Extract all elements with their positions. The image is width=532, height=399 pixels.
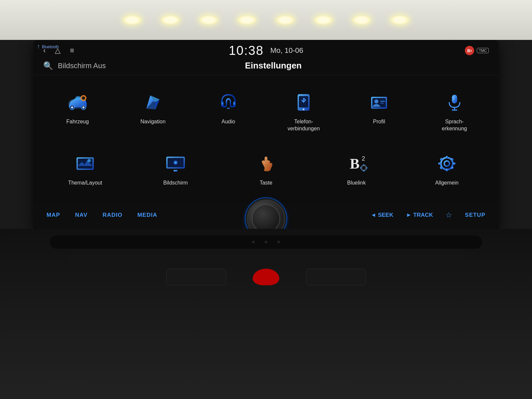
seek-button[interactable]: ◄ SEEK: [371, 212, 393, 218]
svg-rect-20: [453, 97, 455, 98]
svg-rect-43: [453, 163, 456, 165]
svg-rect-41: [446, 169, 448, 171]
media-button[interactable]: MEDIA: [137, 212, 157, 218]
sprach-label: Sprach-erkennung: [442, 118, 467, 132]
svg-point-33: [362, 166, 365, 170]
ceiling-light: [238, 15, 256, 25]
svg-point-37: [366, 167, 367, 169]
svg-rect-21: [453, 99, 455, 100]
sprach-icon: [441, 91, 468, 114]
svg-point-35: [363, 170, 364, 172]
fahrzeug-icon: [64, 91, 91, 114]
bluelink-badge: B 2: [465, 46, 474, 55]
volume-knob-inner: [252, 204, 280, 229]
seek-label: SEEK: [378, 212, 393, 218]
svg-point-39: [444, 161, 450, 166]
top-bar: ‹ △ ≡ 10:38 Mo, 10-06 B 2 TMC: [33, 40, 499, 58]
svg-rect-8: [233, 101, 236, 107]
nav-button[interactable]: NAV: [75, 212, 88, 218]
menu-item-bluelink[interactable]: B 2 Bluelink: [311, 146, 402, 194]
svg-rect-16: [380, 103, 384, 104]
svg-point-4: [82, 106, 84, 108]
menu-item-profil[interactable]: Profil: [341, 85, 417, 140]
tmc-badge: TMC: [477, 48, 489, 53]
volume-knob[interactable]: [247, 200, 285, 229]
ceiling-light: [352, 15, 371, 25]
menu-grid-row2: Thema/Layout: [33, 146, 499, 204]
ceiling-light: [123, 15, 141, 25]
profil-icon: [366, 91, 392, 114]
search-row: 🔍 Bildschirm Aus Einstellungen: [33, 58, 499, 75]
allgemein-icon: [434, 152, 460, 175]
svg-rect-7: [221, 101, 224, 107]
radio-button[interactable]: RADIO: [102, 212, 122, 218]
menu-item-telefon[interactable]: Telefon-verbindungen: [266, 85, 341, 140]
track-button[interactable]: ► TRACK: [406, 212, 433, 218]
svg-rect-42: [438, 163, 441, 165]
bluetooth-indicator: ⭡ Bluetooth: [37, 45, 59, 49]
track-label: TRACK: [413, 212, 433, 218]
allgemein-label: Allgemein: [435, 180, 459, 187]
ceiling: [0, 0, 532, 40]
svg-rect-29: [174, 170, 178, 172]
search-icon[interactable]: 🔍: [43, 61, 53, 70]
bildschirm-label: Bildschirm: [163, 180, 188, 187]
screen: ⭡ Bluetooth ‹ △ ≡ 10:38 Mo, 10-06 B 2 TM…: [33, 40, 499, 229]
hardware-buttons-right: ◄ SEEK ► TRACK ☆ SETUP: [371, 211, 485, 219]
bluelink-b-icon: B: [467, 48, 470, 53]
menu-item-bildschirm[interactable]: Bildschirm: [130, 146, 221, 194]
svg-point-6: [82, 96, 85, 100]
telefon-label: Telefon-verbindungen: [288, 118, 320, 132]
track-arrow-right: ►: [406, 212, 412, 218]
svg-point-34: [363, 164, 364, 166]
ceiling-light: [314, 15, 332, 25]
telefon-icon: [290, 91, 317, 114]
svg-point-2: [71, 106, 73, 108]
svg-point-36: [360, 167, 361, 169]
ceiling-light: [200, 15, 218, 25]
map-button[interactable]: MAP: [47, 212, 60, 218]
menu-item-allgemein[interactable]: Allgemein: [402, 146, 492, 194]
svg-point-28: [175, 162, 177, 164]
favorites-button[interactable]: ☆: [446, 211, 452, 219]
menu-item-sprach[interactable]: Sprach-erkennung: [417, 85, 492, 140]
menu-grid-row1: Fahrzeug: [33, 75, 499, 146]
seek-arrow-left: ◄: [371, 212, 376, 218]
svg-text:B: B: [350, 156, 359, 172]
bluelink-icon: B 2: [343, 152, 370, 175]
hardware-buttons-left: MAP NAV RADIO MEDIA: [47, 212, 157, 218]
svg-rect-40: [446, 156, 448, 159]
audio-icon: [215, 91, 242, 114]
menu-item-fahrzeug[interactable]: Fahrzeug: [40, 85, 115, 140]
ceiling-light: [391, 15, 409, 25]
svg-point-14: [374, 99, 378, 103]
svg-rect-15: [380, 101, 385, 102]
volume-knob-wrap: ⏻: [247, 200, 285, 229]
bildschirm-icon: [162, 152, 189, 175]
navigation-label: Navigation: [140, 118, 166, 125]
menu-item-navigation[interactable]: Navigation: [115, 85, 191, 140]
audio-label: Audio: [221, 118, 235, 125]
bluelink-label: Bluelink: [347, 180, 366, 187]
taste-icon: [253, 152, 279, 175]
ceiling-light: [161, 15, 180, 25]
infotainment-unit: ⭡ Bluetooth ‹ △ ≡ 10:38 Mo, 10-06 B 2 TM…: [33, 40, 499, 229]
svg-text:2: 2: [362, 155, 365, 162]
thema-label: Thema/Layout: [68, 180, 102, 187]
setup-button[interactable]: SETUP: [465, 212, 485, 218]
menu-button[interactable]: ≡: [70, 46, 74, 55]
bluetooth-label: Bluetooth: [42, 45, 59, 49]
menu-item-thema[interactable]: Thema/Layout: [40, 146, 130, 194]
taste-label: Taste: [260, 180, 272, 187]
ceiling-light: [276, 15, 294, 25]
top-right-icons: B 2 TMC: [465, 46, 489, 55]
date-display: Mo, 10-06: [270, 46, 303, 55]
menu-item-audio[interactable]: Audio: [191, 85, 266, 140]
search-placeholder[interactable]: Bildschirm Aus: [58, 62, 166, 70]
svg-point-11: [303, 109, 305, 110]
bluetooth-icon: ⭡: [37, 45, 41, 49]
fahrzeug-label: Fahrzeug: [66, 118, 89, 125]
bluelink-superscript: 2: [470, 49, 472, 52]
menu-item-taste[interactable]: Taste: [221, 146, 311, 194]
control-panel: MAP NAV RADIO MEDIA ⏻ ◄ SEEK ►: [33, 203, 499, 229]
